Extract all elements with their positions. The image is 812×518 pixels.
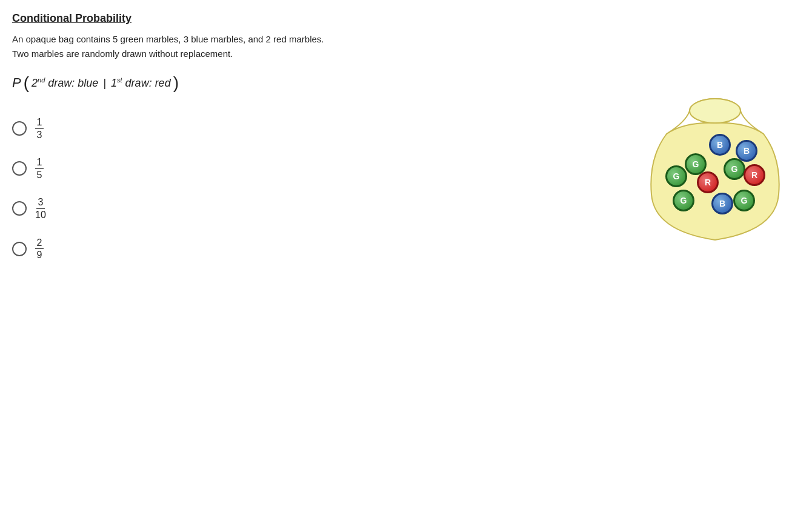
marble-red-6: R [744,164,765,186]
numerator-2: 1 [35,157,44,169]
radio-1[interactable] [12,121,27,136]
marble-green-7: G [673,190,694,211]
fraction-1: 13 [35,117,44,140]
denominator-3: 10 [35,209,46,221]
option-item-4[interactable]: 29 [12,237,594,261]
option-item-1[interactable]: 13 [12,117,594,140]
formula-close-paren: ) [173,73,179,93]
fraction-4: 29 [35,237,44,261]
draw1-superscript: st [117,76,122,84]
fraction-2: 15 [35,157,44,180]
formula-draw2: 2nd draw: blue [32,76,98,90]
denominator-1: 3 [37,129,42,141]
marble-green-9: G [733,190,755,211]
marble-green-5: G [724,158,745,180]
marble-red-4: R [697,171,719,193]
radio-2[interactable] [12,161,27,176]
bag-illustration: GBBGRGRGBG [630,79,800,255]
marble-blue-8: B [711,193,733,214]
formula-draw1: 1st draw: red [111,76,171,90]
description-line1: An opaque bag contains 5 green marbles, … [12,32,800,47]
denominator-4: 9 [37,249,42,261]
numerator-1: 1 [35,117,44,129]
options-list: 131531029 [12,117,594,261]
option-item-3[interactable]: 310 [12,197,594,220]
fraction-3: 310 [35,197,46,220]
option-item-2[interactable]: 15 [12,157,594,180]
numerator-3: 3 [36,197,45,209]
marble-blue-1: B [709,134,731,156]
formula-bar: | [103,77,106,90]
description: An opaque bag contains 5 green marbles, … [12,32,800,61]
formula-open-paren: ( [24,73,29,93]
numerator-4: 2 [35,237,44,250]
radio-4[interactable] [12,242,27,256]
probability-formula: P ( 2nd draw: blue | 1st draw: red ) [12,73,594,93]
marble-green-3: G [665,165,687,187]
denominator-2: 5 [37,169,42,181]
description-line2: Two marbles are randomly drawn without r… [12,47,800,61]
draw2-superscript: nd [38,76,45,84]
radio-3[interactable] [12,201,27,216]
formula-p: P [12,75,21,91]
page-title: Conditional Probability [12,12,800,25]
